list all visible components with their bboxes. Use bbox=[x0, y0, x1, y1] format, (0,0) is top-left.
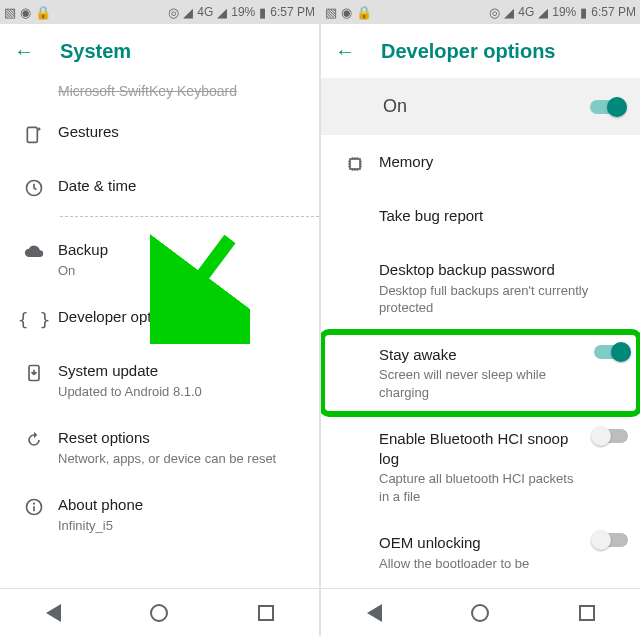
master-toggle-row[interactable]: On bbox=[321, 78, 640, 135]
image-icon: ▧ bbox=[4, 5, 16, 20]
page-title: System bbox=[60, 40, 131, 63]
oem-unlock-toggle[interactable] bbox=[594, 533, 628, 547]
item-sublabel: Capture all bluetooth HCI packets in a f… bbox=[379, 470, 578, 505]
svg-rect-5 bbox=[33, 506, 35, 511]
nav-bar bbox=[0, 588, 319, 636]
battery-icon: ▮ bbox=[580, 5, 587, 20]
divider bbox=[60, 216, 319, 218]
list-item-memory[interactable]: Memory bbox=[321, 138, 640, 192]
item-label: Stay awake bbox=[379, 345, 578, 365]
nav-recents-button[interactable] bbox=[255, 602, 277, 624]
item-sublabel: Screen will never sleep while charging bbox=[379, 366, 578, 401]
info-icon bbox=[10, 495, 58, 517]
item-label: Take bug report bbox=[379, 206, 622, 226]
nav-home-button[interactable] bbox=[148, 602, 170, 624]
list-item-reset-options[interactable]: Reset options Network, apps, or device c… bbox=[0, 414, 319, 481]
stay-awake-toggle[interactable] bbox=[594, 345, 628, 359]
memory-icon bbox=[331, 152, 379, 174]
braces-icon: { } bbox=[10, 307, 58, 330]
cast-icon: ◎ bbox=[489, 5, 500, 20]
item-sublabel: On bbox=[58, 262, 301, 280]
back-button[interactable]: ← bbox=[335, 40, 355, 63]
nav-back-button[interactable] bbox=[363, 602, 385, 624]
svg-rect-0 bbox=[27, 128, 37, 143]
item-label: Backup bbox=[58, 240, 301, 260]
master-toggle[interactable] bbox=[590, 100, 624, 114]
list-item-bug-report[interactable]: Take bug report bbox=[321, 192, 640, 246]
item-label: Desktop backup password bbox=[379, 260, 622, 280]
settings-list: Microsoft SwiftKey Keyboard Gestures Dat… bbox=[0, 78, 319, 588]
toolbar: ← Developer options bbox=[321, 24, 640, 78]
item-sublabel: Allow the bootloader to be bbox=[379, 555, 578, 573]
page-title: Developer options bbox=[381, 40, 555, 63]
lock-icon: 🔒 bbox=[356, 5, 372, 20]
camera-icon: ◉ bbox=[341, 5, 352, 20]
item-label: Developer options bbox=[58, 307, 301, 327]
item-label: Microsoft SwiftKey Keyboard bbox=[58, 82, 301, 100]
lock-icon: 🔒 bbox=[35, 5, 51, 20]
signal-icon: ◢ bbox=[183, 5, 193, 20]
clock-icon bbox=[10, 176, 58, 198]
back-button[interactable]: ← bbox=[14, 40, 34, 63]
nav-bar bbox=[321, 588, 640, 636]
item-sublabel: Updated to Android 8.1.0 bbox=[58, 383, 301, 401]
clock-label: 6:57 PM bbox=[591, 5, 636, 19]
network-label: 4G bbox=[518, 5, 534, 19]
signal-off-icon: ◢ bbox=[217, 5, 227, 20]
list-item-gestures[interactable]: Gestures bbox=[0, 108, 319, 162]
list-item-date-time[interactable]: Date & time bbox=[0, 162, 319, 216]
camera-icon: ◉ bbox=[20, 5, 31, 20]
list-item-system-update[interactable]: System update Updated to Android 8.1.0 bbox=[0, 347, 319, 414]
phone-developer-options: ▧ ◉ 🔒 ◎ ◢ 4G ◢ 19% ▮ 6:57 PM ← Developer… bbox=[320, 0, 640, 636]
signal-icon: ◢ bbox=[504, 5, 514, 20]
list-item-developer-options[interactable]: { } Developer options bbox=[0, 293, 319, 347]
status-bar: ▧ ◉ 🔒 ◎ ◢ 4G ◢ 19% ▮ 6:57 PM bbox=[0, 0, 319, 24]
clock-label: 6:57 PM bbox=[270, 5, 315, 19]
item-label: System update bbox=[58, 361, 301, 381]
list-item-backup[interactable]: Backup On bbox=[0, 226, 319, 293]
developer-options-list: Memory Take bug report Desktop backup pa… bbox=[321, 138, 640, 588]
item-label: Gestures bbox=[58, 122, 301, 142]
item-label: Reset options bbox=[58, 428, 301, 448]
battery-label: 19% bbox=[231, 5, 255, 19]
battery-icon: ▮ bbox=[259, 5, 266, 20]
hci-snoop-toggle[interactable] bbox=[594, 429, 628, 443]
svg-point-4 bbox=[33, 503, 35, 505]
signal-off-icon: ◢ bbox=[538, 5, 548, 20]
svg-rect-8 bbox=[350, 159, 360, 169]
cast-icon: ◎ bbox=[168, 5, 179, 20]
item-sublabel: Desktop full backups aren't currently pr… bbox=[379, 282, 622, 317]
battery-label: 19% bbox=[552, 5, 576, 19]
item-sublabel: Network, apps, or device can be reset bbox=[58, 450, 301, 468]
on-label: On bbox=[383, 96, 590, 117]
gestures-icon bbox=[10, 122, 58, 144]
list-item-stay-awake[interactable]: Stay awake Screen will never sleep while… bbox=[321, 331, 640, 416]
update-icon bbox=[10, 361, 58, 383]
reset-icon bbox=[10, 428, 58, 450]
list-item-desktop-backup-password[interactable]: Desktop backup password Desktop full bac… bbox=[321, 246, 640, 331]
item-sublabel: Infinity_i5 bbox=[58, 517, 301, 535]
nav-recents-button[interactable] bbox=[576, 602, 598, 624]
nav-home-button[interactable] bbox=[469, 602, 491, 624]
item-label: Date & time bbox=[58, 176, 301, 196]
item-label: About phone bbox=[58, 495, 301, 515]
toolbar: ← System bbox=[0, 24, 319, 78]
item-label: OEM unlocking bbox=[379, 533, 578, 553]
item-label: Enable Bluetooth HCI snoop log bbox=[379, 429, 578, 468]
list-item-bluetooth-hci[interactable]: Enable Bluetooth HCI snoop log Capture a… bbox=[321, 415, 640, 519]
network-label: 4G bbox=[197, 5, 213, 19]
list-item-oem-unlocking[interactable]: OEM unlocking Allow the bootloader to be bbox=[321, 519, 640, 586]
nav-back-button[interactable] bbox=[42, 602, 64, 624]
status-bar: ▧ ◉ 🔒 ◎ ◢ 4G ◢ 19% ▮ 6:57 PM bbox=[321, 0, 640, 24]
cloud-icon bbox=[10, 240, 58, 262]
list-item-keyboard[interactable]: Microsoft SwiftKey Keyboard bbox=[0, 78, 319, 108]
list-item-about-phone[interactable]: About phone Infinity_i5 bbox=[0, 481, 319, 548]
image-icon: ▧ bbox=[325, 5, 337, 20]
phone-system: ▧ ◉ 🔒 ◎ ◢ 4G ◢ 19% ▮ 6:57 PM ← System bbox=[0, 0, 320, 636]
item-label: Memory bbox=[379, 152, 622, 172]
